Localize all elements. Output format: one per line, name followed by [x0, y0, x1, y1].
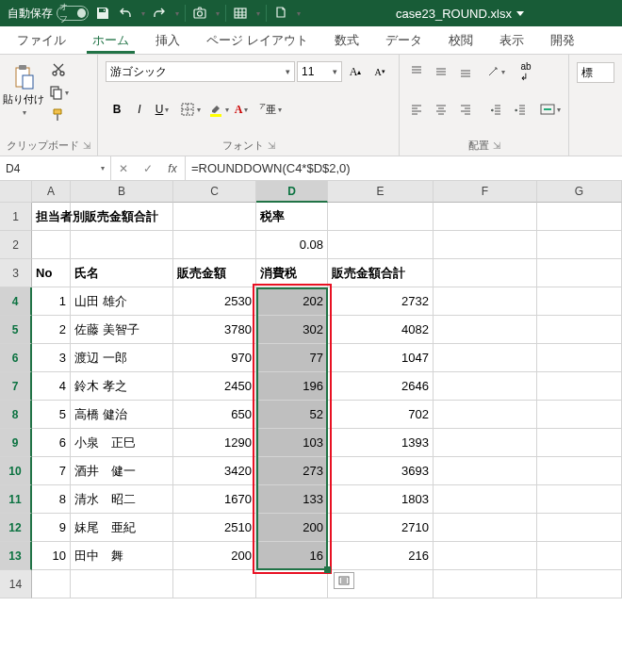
cell[interactable] [256, 570, 328, 598]
camera-icon[interactable] [191, 5, 208, 22]
cell[interactable] [537, 514, 622, 542]
redo-dropdown-icon[interactable]: ▾ [173, 9, 179, 18]
cell[interactable]: 216 [328, 542, 434, 570]
cancel-formula-button[interactable]: ✕ [111, 156, 136, 180]
tab-dev[interactable]: 開発 [537, 26, 588, 54]
align-right-button[interactable] [454, 98, 477, 121]
decrease-indent-button[interactable] [484, 98, 507, 121]
cell[interactable]: 3420 [173, 457, 256, 485]
cell[interactable] [537, 457, 622, 485]
column-header[interactable]: C [173, 181, 256, 203]
cell[interactable]: 氏名 [71, 259, 173, 287]
merge-button[interactable]: ▾ [539, 98, 562, 121]
cell[interactable]: 2646 [328, 372, 434, 401]
row-header[interactable]: 14 [0, 570, 32, 598]
column-header[interactable]: D [256, 181, 328, 203]
cell[interactable]: 702 [328, 401, 434, 429]
cell[interactable]: 2450 [173, 372, 256, 401]
cell[interactable] [537, 259, 622, 287]
row-header[interactable]: 8 [0, 401, 32, 429]
cell[interactable]: 1803 [328, 485, 434, 514]
cell[interactable]: 202 [256, 287, 328, 316]
row-header[interactable]: 11 [0, 485, 32, 514]
cell[interactable] [434, 203, 537, 231]
cell[interactable] [328, 231, 434, 259]
cell[interactable]: 52 [256, 401, 328, 429]
cell[interactable]: 税率 [256, 203, 328, 231]
cell[interactable]: 10 [32, 542, 71, 570]
tab-insert[interactable]: 挿入 [142, 26, 193, 54]
formula-input[interactable]: =ROUNDDOWN(C4*$D$2,0) [186, 156, 622, 180]
cell[interactable]: 5 [32, 401, 71, 429]
copy-button[interactable]: ▾ [47, 81, 70, 104]
cell[interactable]: 650 [173, 401, 256, 429]
increase-font-button[interactable]: A▴ [344, 60, 367, 83]
cell[interactable]: 佐藤 美智子 [71, 316, 173, 344]
cell[interactable] [537, 372, 622, 401]
row-header[interactable]: 5 [0, 316, 32, 344]
cell[interactable]: 3 [32, 344, 71, 372]
cell[interactable] [537, 401, 622, 429]
autofill-options-button[interactable] [334, 572, 354, 589]
tab-file[interactable]: ファイル [4, 26, 79, 54]
cell[interactable]: 2710 [328, 514, 434, 542]
cell[interactable] [328, 203, 434, 231]
cell[interactable]: 133 [256, 485, 328, 514]
row-header[interactable]: 6 [0, 344, 32, 372]
cell[interactable]: 担当者別販売金額合計 [32, 203, 71, 231]
align-middle-button[interactable] [430, 60, 452, 83]
cell[interactable] [434, 485, 537, 514]
cell[interactable] [434, 542, 537, 570]
increase-indent-button[interactable] [509, 98, 532, 121]
row-header[interactable]: 9 [0, 429, 32, 457]
cell[interactable]: 田中 舞 [71, 542, 173, 570]
cell[interactable] [71, 570, 173, 598]
cell[interactable] [434, 231, 537, 259]
cell[interactable] [434, 457, 537, 485]
tab-pagelayout[interactable]: ページ レイアウト [193, 26, 321, 54]
dialog-launcher-icon[interactable]: ⇲ [493, 140, 500, 151]
row-header[interactable]: 13 [0, 542, 32, 570]
cell[interactable] [537, 231, 622, 259]
name-box[interactable]: D4▾ [0, 156, 111, 180]
cell[interactable]: 103 [256, 429, 328, 457]
cell[interactable] [537, 287, 622, 316]
column-header[interactable]: B [71, 181, 173, 203]
cell[interactable]: 2510 [173, 514, 256, 542]
number-format-combo[interactable]: 標 [577, 62, 614, 83]
align-center-button[interactable] [430, 98, 452, 121]
tab-formulas[interactable]: 数式 [321, 26, 372, 54]
grid-icon[interactable] [232, 5, 249, 22]
tab-data[interactable]: データ [372, 26, 435, 54]
font-name-combo[interactable]: 游ゴシック▾ [106, 61, 295, 82]
cell[interactable]: No [32, 259, 71, 287]
cell[interactable]: 8 [32, 485, 71, 514]
align-top-button[interactable] [405, 60, 428, 83]
decrease-font-button[interactable]: A▾ [368, 60, 391, 83]
font-size-combo[interactable]: 11▾ [297, 61, 342, 82]
cell[interactable]: 196 [256, 372, 328, 401]
cell[interactable]: 2 [32, 316, 71, 344]
cell[interactable] [434, 344, 537, 372]
autosave-toggle[interactable]: オフ [57, 6, 89, 21]
cell[interactable] [434, 514, 537, 542]
cell[interactable]: 1670 [173, 485, 256, 514]
cell[interactable]: 鈴木 孝之 [71, 372, 173, 401]
cell[interactable]: 酒井 健一 [71, 457, 173, 485]
align-bottom-button[interactable] [454, 60, 477, 83]
cell[interactable]: 2732 [328, 287, 434, 316]
cell[interactable] [537, 570, 622, 598]
cell[interactable]: 970 [173, 344, 256, 372]
format-painter-button[interactable] [47, 104, 70, 126]
filename-dropdown-icon[interactable] [516, 8, 525, 18]
cell[interactable] [32, 570, 71, 598]
column-header[interactable]: G [537, 181, 622, 203]
cell[interactable]: 200 [256, 514, 328, 542]
cell[interactable] [537, 429, 622, 457]
cell[interactable]: 200 [173, 542, 256, 570]
cell[interactable]: 6 [32, 429, 71, 457]
cell[interactable]: 販売金額 [173, 259, 256, 287]
bold-button[interactable]: B [106, 98, 128, 121]
fx-icon[interactable]: fx [160, 156, 185, 180]
phonetic-button[interactable]: ア亜▾ [258, 98, 283, 121]
